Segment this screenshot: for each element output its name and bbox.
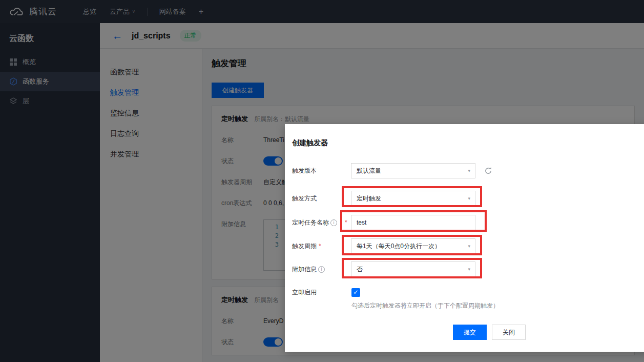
refresh-icon[interactable]	[484, 167, 492, 175]
chevron-down-icon: ▾	[468, 191, 470, 206]
trigger-method-select[interactable]: 定时触发 ▾	[351, 191, 475, 206]
trigger-version-select[interactable]: 默认流量 ▾	[351, 163, 475, 178]
submit-button[interactable]: 提交	[453, 325, 487, 340]
create-trigger-modal: 创建触发器 触发版本 默认流量 ▾ 触发方式 定时触发 ▾ 定时任务名称 i *…	[285, 124, 644, 352]
chevron-down-icon: ▾	[468, 262, 470, 276]
required-marker: *	[345, 215, 347, 230]
close-button[interactable]: 关闭	[492, 325, 526, 340]
modal-title: 创建触发器	[292, 138, 328, 148]
trigger-period-select[interactable]: 每1天（每天0点0分执行一次） ▾	[351, 238, 475, 254]
task-name-input[interactable]	[351, 215, 475, 230]
enable-hint: 勾选后定时触发器将立即开启（于下个配置周期触发）	[351, 301, 499, 310]
chevron-down-icon: ▾	[468, 239, 470, 253]
chevron-down-icon: ▾	[468, 164, 470, 178]
field-label: 触发版本	[292, 163, 317, 178]
field-label: 附加信息	[292, 262, 317, 277]
extra-info-select[interactable]: 否 ▾	[351, 262, 475, 277]
check-icon: ✓	[353, 289, 358, 296]
field-label: 触发周期	[292, 238, 317, 254]
required-marker: *	[319, 238, 321, 254]
info-icon: i	[318, 266, 325, 273]
app-root: 腾讯云 总览 云产品˅ 网站备案 + 云函数 概览 函数服务	[0, 0, 644, 362]
field-label: 立即启用	[292, 285, 317, 300]
enable-checkbox[interactable]: ✓	[351, 288, 360, 297]
info-icon: i	[330, 219, 337, 226]
field-label: 触发方式	[292, 191, 317, 206]
field-label: 定时任务名称	[292, 215, 329, 230]
